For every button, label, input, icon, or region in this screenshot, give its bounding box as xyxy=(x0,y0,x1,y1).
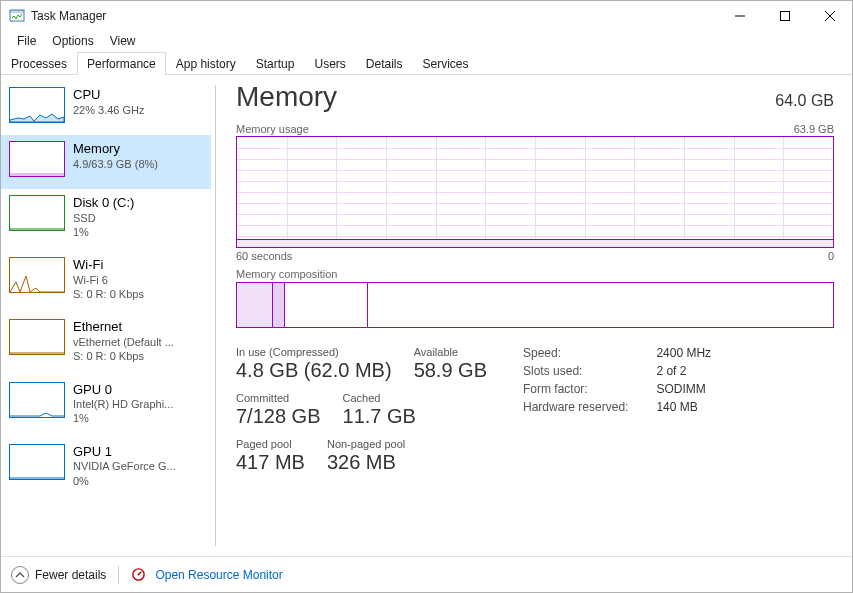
committed-value: 7/128 GB xyxy=(236,404,321,428)
resource-monitor-icon xyxy=(131,567,146,582)
composition-segment xyxy=(368,283,833,327)
nonpaged-label: Non-paged pool xyxy=(327,438,405,450)
sidebar-item-title: Disk 0 (C:) xyxy=(73,195,203,211)
sidebar-item-title: CPU xyxy=(73,87,203,103)
open-resource-monitor-link[interactable]: Open Resource Monitor xyxy=(155,568,282,582)
svg-point-4 xyxy=(138,574,140,576)
sidebar-thumbnail xyxy=(9,257,65,293)
tab-users[interactable]: Users xyxy=(304,52,355,75)
cached-label: Cached xyxy=(343,392,416,404)
menu-options[interactable]: Options xyxy=(44,32,101,50)
sidebar-item-sub1: 22% 3.46 GHz xyxy=(73,103,203,117)
svg-rect-2 xyxy=(780,12,789,21)
sidebar-item-sub2: 1% xyxy=(73,225,203,239)
sidebar-thumbnail xyxy=(9,382,65,418)
sidebar-item-disk-0-c-[interactable]: Disk 0 (C:)SSD1% xyxy=(1,189,211,251)
speed-key: Speed: xyxy=(523,346,628,360)
paged-value: 417 MB xyxy=(236,450,305,474)
sidebar-thumbnail xyxy=(9,444,65,480)
tabbar: Processes Performance App history Startu… xyxy=(1,51,852,75)
bottom-separator xyxy=(118,566,119,584)
memory-composition-chart[interactable] xyxy=(236,282,834,328)
cached-value: 11.7 GB xyxy=(343,404,416,428)
memory-usage-chart[interactable] xyxy=(236,136,834,248)
sidebar-item-title: Memory xyxy=(73,141,203,157)
available-label: Available xyxy=(414,346,487,358)
menubar: File Options View xyxy=(1,31,852,51)
composition-segment xyxy=(285,283,368,327)
close-button[interactable] xyxy=(807,1,852,31)
minimize-button[interactable] xyxy=(717,1,762,31)
main-panel: Memory 64.0 GB Memory usage 63.9 GB 60 s… xyxy=(224,75,852,556)
x-axis-right: 0 xyxy=(828,250,834,262)
chevron-up-icon xyxy=(15,570,25,580)
memory-spec-grid: Speed: 2400 MHz Slots used: 2 of 2 Form … xyxy=(523,346,711,484)
bottom-bar: Fewer details Open Resource Monitor xyxy=(1,556,852,592)
tab-services[interactable]: Services xyxy=(413,52,479,75)
sidebar-item-sub1: vEthernet (Default ... xyxy=(73,335,203,349)
tab-details[interactable]: Details xyxy=(356,52,413,75)
slots-value: 2 of 2 xyxy=(656,364,711,378)
app-icon xyxy=(9,8,25,24)
composition-label: Memory composition xyxy=(236,268,337,280)
form-key: Form factor: xyxy=(523,382,628,396)
in-use-value: 4.8 GB (62.0 MB) xyxy=(236,358,392,382)
titlebar[interactable]: Task Manager xyxy=(1,1,852,31)
sidebar-item-cpu[interactable]: CPU22% 3.46 GHz xyxy=(1,81,211,135)
tab-performance[interactable]: Performance xyxy=(77,52,166,75)
window-title: Task Manager xyxy=(31,9,106,23)
sidebar-item-sub1: Wi-Fi 6 xyxy=(73,273,203,287)
slots-key: Slots used: xyxy=(523,364,628,378)
fewer-details-toggle[interactable] xyxy=(11,566,29,584)
performance-sidebar: CPU22% 3.46 GHzMemory4.9/63.9 GB (8%)Dis… xyxy=(1,75,211,556)
fewer-details-label[interactable]: Fewer details xyxy=(35,568,106,582)
usage-chart-label: Memory usage xyxy=(236,123,309,135)
sidebar-item-sub1: Intel(R) HD Graphi... xyxy=(73,397,203,411)
committed-label: Committed xyxy=(236,392,321,404)
sidebar-item-title: GPU 0 xyxy=(73,382,203,398)
sidebar-item-wi-fi[interactable]: Wi-FiWi-Fi 6S: 0 R: 0 Kbps xyxy=(1,251,211,313)
sidebar-item-sub1: NVIDIA GeForce G... xyxy=(73,459,203,473)
menu-file[interactable]: File xyxy=(9,32,44,50)
form-value: SODIMM xyxy=(656,382,711,396)
sidebar-thumbnail xyxy=(9,87,65,123)
sidebar-item-gpu-1[interactable]: GPU 1NVIDIA GeForce G...0% xyxy=(1,438,211,500)
reserved-key: Hardware reserved: xyxy=(523,400,628,414)
speed-value: 2400 MHz xyxy=(656,346,711,360)
sidebar-item-gpu-0[interactable]: GPU 0Intel(R) HD Graphi...1% xyxy=(1,376,211,438)
sidebar-thumbnail xyxy=(9,319,65,355)
sidebar-thumbnail xyxy=(9,141,65,177)
svg-rect-1 xyxy=(10,10,24,13)
sidebar-item-sub1: SSD xyxy=(73,211,203,225)
in-use-label: In use (Compressed) xyxy=(236,346,392,358)
tab-app-history[interactable]: App history xyxy=(166,52,246,75)
sidebar-item-sub2: 1% xyxy=(73,411,203,425)
reserved-value: 140 MB xyxy=(656,400,711,414)
sidebar-item-ethernet[interactable]: EthernetvEthernet (Default ...S: 0 R: 0 … xyxy=(1,313,211,375)
sidebar-item-title: Wi-Fi xyxy=(73,257,203,273)
sidebar-item-sub2: 0% xyxy=(73,474,203,488)
sidebar-item-memory[interactable]: Memory4.9/63.9 GB (8%) xyxy=(1,135,211,189)
paged-label: Paged pool xyxy=(236,438,305,450)
tab-startup[interactable]: Startup xyxy=(246,52,305,75)
sidebar-thumbnail xyxy=(9,195,65,231)
sidebar-item-title: GPU 1 xyxy=(73,444,203,460)
sidebar-item-sub2: S: 0 R: 0 Kbps xyxy=(73,349,203,363)
page-title: Memory xyxy=(236,81,337,113)
composition-segment xyxy=(273,283,285,327)
available-value: 58.9 GB xyxy=(414,358,487,382)
tab-processes[interactable]: Processes xyxy=(1,52,77,75)
memory-capacity: 64.0 GB xyxy=(775,92,834,110)
usage-chart-max: 63.9 GB xyxy=(794,123,834,135)
x-axis-left: 60 seconds xyxy=(236,250,292,262)
menu-view[interactable]: View xyxy=(102,32,144,50)
sidebar-divider xyxy=(215,85,216,546)
sidebar-item-sub2: S: 0 R: 0 Kbps xyxy=(73,287,203,301)
maximize-button[interactable] xyxy=(762,1,807,31)
nonpaged-value: 326 MB xyxy=(327,450,405,474)
sidebar-item-title: Ethernet xyxy=(73,319,203,335)
sidebar-item-sub1: 4.9/63.9 GB (8%) xyxy=(73,157,203,171)
composition-segment xyxy=(237,283,273,327)
